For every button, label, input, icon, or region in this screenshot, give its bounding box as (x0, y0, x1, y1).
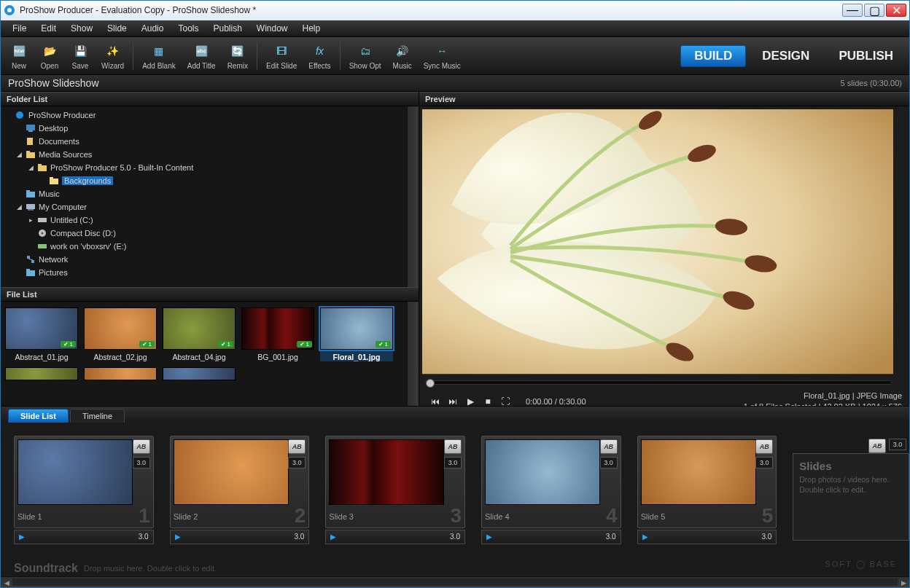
slide-duration[interactable]: 3.0 (139, 533, 149, 541)
project-name: ProShow Slideshow (8, 77, 99, 89)
tb-music[interactable]: 🔊Music (387, 40, 418, 71)
menu-tools[interactable]: Tools (171, 21, 206, 36)
tb-new[interactable]: 🆕New (4, 40, 34, 71)
minimize-button[interactable]: — (842, 4, 863, 17)
preview-slider[interactable] (425, 380, 892, 385)
slide-playrow[interactable]: ▶3.0 (170, 530, 310, 544)
tree-pictures[interactable]: Pictures (1, 266, 419, 279)
menu-audio[interactable]: Audio (134, 21, 171, 36)
tb-save[interactable]: 💾Save (65, 40, 96, 71)
tree-drive-e[interactable]: work on 'vboxsrv' (E:) (1, 240, 419, 253)
transition-duration[interactable]: 3.0 (288, 457, 306, 469)
slide-item[interactable]: AB 3.0 Slide 55 ▶3.0 (637, 436, 777, 555)
prev-stop-icon[interactable]: ■ (481, 396, 494, 407)
file-thumb[interactable]: 1Floral_01.jpg (320, 307, 393, 361)
maximize-button[interactable]: ▢ (864, 4, 884, 17)
titlebar[interactable]: ProShow Producer - Evaluation Copy - Pro… (1, 1, 909, 20)
tree-root[interactable]: ProShow Producer (1, 109, 419, 122)
play-icon[interactable]: ▶ (19, 533, 25, 541)
tab-timeline[interactable]: Timeline (70, 409, 125, 423)
file-thumb[interactable]: 1BG_001.jpg (241, 307, 314, 361)
transition-duration[interactable]: 3.0 (755, 457, 773, 469)
transition-icon[interactable]: AB (444, 439, 462, 454)
slide-duration[interactable]: 3.0 (294, 533, 304, 541)
slide-item[interactable]: AB 3.0 Slide 11 ▶3.0 (14, 436, 154, 555)
tree-desktop[interactable]: Desktop (1, 122, 419, 135)
transition-icon[interactable]: AB (755, 439, 773, 454)
slide-duration[interactable]: 3.0 (606, 533, 616, 541)
file-thumb[interactable] (84, 367, 157, 380)
soundtrack[interactable]: Soundtrack Drop music here. Double click… (1, 560, 909, 576)
watermark: SOFT ◯ BASE (825, 560, 897, 569)
file-thumb[interactable] (5, 367, 78, 380)
slide-duration[interactable]: 3.0 (761, 533, 771, 541)
file-thumb[interactable]: 1Abstract_04.jpg (163, 307, 236, 361)
menu-help[interactable]: Help (295, 21, 328, 36)
slides-dropzone[interactable]: AB3.0 SlidesDrop photos / videos here.Do… (793, 436, 909, 555)
play-icon[interactable]: ▶ (486, 533, 492, 541)
mode-build[interactable]: BUILD (680, 45, 746, 67)
transition-icon[interactable]: AB (133, 439, 150, 454)
mode-design[interactable]: DESIGN (749, 46, 822, 66)
transition-duration[interactable]: 3.0 (600, 457, 618, 469)
svg-rect-11 (50, 177, 53, 179)
tb-show-opt[interactable]: 🗂Show Opt (343, 40, 387, 71)
tree-builtin[interactable]: ◢ProShow Producer 5.0 - Built-In Content (1, 161, 419, 174)
menu-publish[interactable]: Publish (206, 21, 249, 36)
prev-end-icon[interactable]: ⏭ (446, 396, 459, 407)
play-icon[interactable]: ▶ (175, 533, 181, 541)
tb-sync-music[interactable]: ↔Sync Music (418, 40, 467, 71)
left-column: Folder List ProShow Producer Desktop Doc… (1, 92, 419, 406)
tb-effects[interactable]: fxEffects (303, 40, 336, 71)
tb-open[interactable]: 📂Open (34, 40, 65, 71)
tree-media-sources[interactable]: ◢Media Sources (1, 148, 419, 161)
tree-documents[interactable]: Documents (1, 135, 419, 148)
play-icon[interactable]: ▶ (330, 533, 336, 541)
close-button[interactable]: ✕ (886, 4, 906, 17)
file-thumb[interactable] (163, 367, 236, 380)
menu-edit[interactable]: Edit (34, 21, 63, 36)
mode-publish[interactable]: PUBLISH (825, 46, 906, 66)
slide-playrow[interactable]: ▶3.0 (325, 530, 465, 544)
tb-add-title[interactable]: 🔤Add Title (182, 40, 222, 71)
slide-playrow[interactable]: ▶3.0 (637, 530, 777, 544)
prev-play-icon[interactable]: ▶ (464, 396, 477, 407)
tree-drive-d[interactable]: Compact Disc (D:) (1, 227, 419, 240)
slide-duration[interactable]: 3.0 (450, 533, 460, 541)
tb-add-blank[interactable]: ▦Add Blank (136, 40, 182, 71)
preview-image[interactable] (422, 109, 893, 374)
tb-edit-slide[interactable]: 🎞Edit Slide (260, 40, 303, 71)
prev-start-icon[interactable]: ⏮ (429, 396, 442, 407)
tree-backgrounds[interactable]: Backgrounds (1, 174, 419, 187)
tree-music[interactable]: Music (1, 187, 419, 200)
transition-icon[interactable]: AB (600, 439, 618, 454)
slide-playrow[interactable]: ▶3.0 (14, 530, 154, 544)
folder-scrollbar[interactable] (407, 106, 419, 287)
tb-wizard[interactable]: ✨Wizard (96, 40, 130, 71)
tab-slide-list[interactable]: Slide List (8, 409, 69, 423)
prev-full-icon[interactable]: ⛶ (499, 396, 512, 407)
menu-slide[interactable]: Slide (100, 21, 134, 36)
file-thumb[interactable]: 1Abstract_01.jpg (5, 307, 78, 361)
toolbar-sep (257, 42, 257, 70)
bottom-scrollbar[interactable]: ◀▶ (1, 576, 909, 587)
menu-file[interactable]: File (5, 21, 34, 36)
slide-item[interactable]: AB 3.0 Slide 33 ▶3.0 (325, 436, 465, 555)
tree-drive-c[interactable]: ▸Untitled (C:) (1, 213, 419, 227)
file-thumb[interactable]: 1Abstract_02.jpg (84, 307, 157, 361)
slide-playrow[interactable]: ▶3.0 (481, 530, 621, 544)
slide-item[interactable]: AB 3.0 Slide 44 ▶3.0 (481, 436, 621, 555)
menu-show[interactable]: Show (63, 21, 100, 36)
file-name: BG_001.jpg (241, 353, 314, 361)
transition-duration[interactable]: 3.0 (133, 457, 150, 469)
svg-rect-22 (26, 270, 35, 276)
tree-network[interactable]: Network (1, 253, 419, 266)
slide-item[interactable]: AB 3.0 Slide 22 ▶3.0 (170, 436, 310, 555)
transition-icon[interactable]: AB (288, 439, 306, 454)
tb-remix[interactable]: 🔄Remix (222, 40, 254, 71)
transition-duration[interactable]: 3.0 (444, 457, 462, 469)
menu-window[interactable]: Window (249, 21, 295, 36)
play-icon[interactable]: ▶ (642, 533, 648, 541)
file-scrollbar[interactable] (407, 302, 419, 406)
tree-my-computer[interactable]: ◢My Computer (1, 200, 419, 213)
